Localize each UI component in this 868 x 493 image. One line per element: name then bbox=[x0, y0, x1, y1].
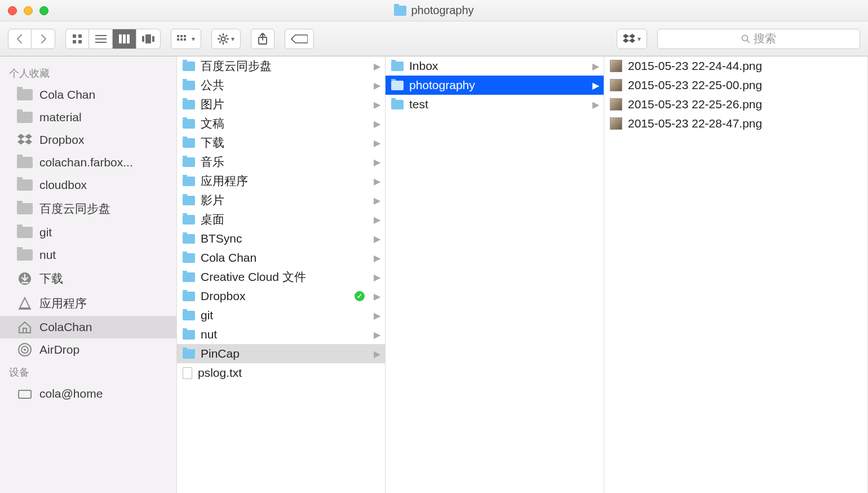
folder-row[interactable]: 下载▶ bbox=[177, 133, 385, 152]
sidebar-item-label: 应用程序 bbox=[39, 296, 87, 311]
sidebar-item-label: AirDrop bbox=[39, 343, 79, 356]
arrange-button[interactable]: ▾ bbox=[171, 29, 201, 49]
item-label: test bbox=[409, 98, 428, 111]
dropbox-button[interactable]: ▾ bbox=[617, 29, 647, 49]
sidebar-item[interactable]: cloudbox bbox=[0, 174, 176, 196]
folder-row[interactable]: PinCap▶ bbox=[177, 344, 385, 363]
folder-row[interactable]: 文稿▶ bbox=[177, 114, 385, 133]
sidebar-item[interactable]: ColaChan bbox=[0, 316, 176, 338]
sidebar-item-label: 下载 bbox=[39, 271, 63, 287]
sidebar-item[interactable]: git bbox=[0, 221, 176, 244]
coverflow-view-button[interactable] bbox=[136, 29, 161, 49]
image-row[interactable]: 2015-05-23 22-25-00.png bbox=[604, 76, 867, 95]
sidebar-item[interactable]: Dropbox bbox=[0, 129, 176, 151]
folder-row[interactable]: 公共▶ bbox=[177, 76, 385, 95]
back-button[interactable] bbox=[8, 29, 32, 49]
item-label: 桌面 bbox=[201, 212, 224, 227]
folder-row[interactable]: BTSync▶ bbox=[177, 229, 385, 248]
tags-button[interactable] bbox=[285, 29, 314, 49]
svg-rect-0 bbox=[73, 34, 76, 38]
item-label: nut bbox=[201, 328, 217, 341]
folder-row[interactable]: Dropbox✓▶ bbox=[177, 287, 385, 306]
folder-row[interactable]: 桌面▶ bbox=[177, 210, 385, 229]
file-row[interactable]: pslog.txt bbox=[177, 363, 385, 382]
chevron-right-icon: ▶ bbox=[374, 291, 380, 302]
svg-rect-7 bbox=[119, 34, 122, 43]
svg-line-26 bbox=[219, 41, 221, 43]
sidebar-item[interactable]: colachan.farbox... bbox=[0, 151, 176, 174]
folder-icon bbox=[183, 272, 195, 282]
folder-row[interactable]: 图片▶ bbox=[177, 95, 385, 114]
folder-row[interactable]: test▶ bbox=[386, 95, 604, 114]
svg-rect-2 bbox=[73, 40, 76, 43]
folder-row[interactable]: photography▶ bbox=[386, 76, 604, 95]
item-label: 文稿 bbox=[201, 116, 224, 131]
folder-row[interactable]: 应用程序▶ bbox=[177, 171, 385, 191]
home-icon bbox=[17, 321, 33, 333]
svg-rect-15 bbox=[184, 35, 186, 37]
folder-icon bbox=[391, 81, 404, 90]
tag-icon bbox=[291, 34, 308, 44]
airdrop-icon bbox=[17, 344, 33, 356]
folder-icon bbox=[183, 311, 195, 320]
window-controls bbox=[0, 6, 48, 15]
svg-line-24 bbox=[219, 35, 221, 37]
forward-button[interactable] bbox=[32, 29, 55, 49]
folder-icon bbox=[183, 119, 195, 129]
svg-rect-38 bbox=[19, 390, 31, 398]
image-row[interactable]: 2015-05-23 22-28-47.png bbox=[604, 114, 867, 133]
folder-icon bbox=[183, 157, 195, 167]
minimize-window-button[interactable] bbox=[24, 6, 33, 15]
chevron-right-icon: ▶ bbox=[374, 99, 380, 110]
image-row[interactable]: 2015-05-23 22-24-44.png bbox=[604, 56, 867, 76]
folder-icon bbox=[183, 234, 195, 244]
list-view-button[interactable] bbox=[89, 29, 113, 49]
sidebar-item[interactable]: 应用程序 bbox=[0, 291, 176, 316]
chevron-right-icon: ▶ bbox=[374, 349, 380, 359]
folder-row[interactable]: Creative Cloud 文件▶ bbox=[177, 267, 385, 287]
sidebar-item[interactable]: nut bbox=[0, 244, 176, 266]
main-area: 个人收藏Cola ChanmaterialDropboxcolachan.far… bbox=[0, 56, 868, 493]
folder-row[interactable]: nut▶ bbox=[177, 325, 385, 344]
item-label: 影片 bbox=[201, 192, 224, 208]
sidebar-item[interactable]: material bbox=[0, 106, 176, 129]
svg-line-27 bbox=[225, 35, 227, 37]
column-view-button[interactable] bbox=[113, 29, 136, 49]
svg-rect-17 bbox=[180, 38, 183, 41]
folder-icon bbox=[183, 330, 195, 340]
folder-row[interactable]: Inbox▶ bbox=[386, 56, 604, 76]
sidebar-item[interactable]: cola@home bbox=[0, 382, 176, 405]
image-icon bbox=[610, 117, 622, 130]
folder-row[interactable]: 影片▶ bbox=[177, 191, 385, 210]
svg-rect-18 bbox=[184, 38, 186, 41]
svg-rect-13 bbox=[177, 35, 179, 37]
view-buttons bbox=[65, 29, 161, 49]
item-label: 2015-05-23 22-28-47.png bbox=[628, 117, 762, 130]
sidebar-item[interactable]: AirDrop bbox=[0, 338, 176, 361]
folder-row[interactable]: 音乐▶ bbox=[177, 152, 385, 171]
chevron-right-icon: ▶ bbox=[592, 99, 599, 110]
image-row[interactable]: 2015-05-23 22-25-26.png bbox=[604, 95, 867, 114]
close-window-button[interactable] bbox=[8, 6, 17, 15]
folder-icon bbox=[391, 100, 404, 109]
folder-icon bbox=[183, 177, 195, 186]
folder-row[interactable]: 百度云同步盘▶ bbox=[177, 56, 385, 76]
item-label: Dropbox bbox=[201, 289, 245, 303]
sidebar-item[interactable]: 下载 bbox=[0, 266, 176, 291]
share-button[interactable] bbox=[251, 29, 274, 49]
folder-row[interactable]: Cola Chan▶ bbox=[177, 248, 385, 267]
folder-row[interactable]: git▶ bbox=[177, 306, 385, 325]
sidebar-item[interactable]: Cola Chan bbox=[0, 83, 176, 106]
window-title: photography bbox=[0, 4, 868, 17]
action-button[interactable]: ▾ bbox=[211, 29, 241, 49]
search-input[interactable]: 搜索 bbox=[657, 29, 860, 49]
item-label: 百度云同步盘 bbox=[201, 58, 272, 74]
maximize-window-button[interactable] bbox=[39, 6, 48, 15]
sidebar-item[interactable]: 百度云同步盘 bbox=[0, 196, 176, 221]
item-label: Cola Chan bbox=[201, 251, 256, 265]
folder-icon bbox=[183, 100, 195, 109]
svg-rect-12 bbox=[152, 36, 154, 42]
toolbar: ▾ ▾ ▾ 搜索 bbox=[0, 21, 868, 56]
drive-icon bbox=[17, 388, 33, 400]
icon-view-button[interactable] bbox=[65, 29, 89, 49]
